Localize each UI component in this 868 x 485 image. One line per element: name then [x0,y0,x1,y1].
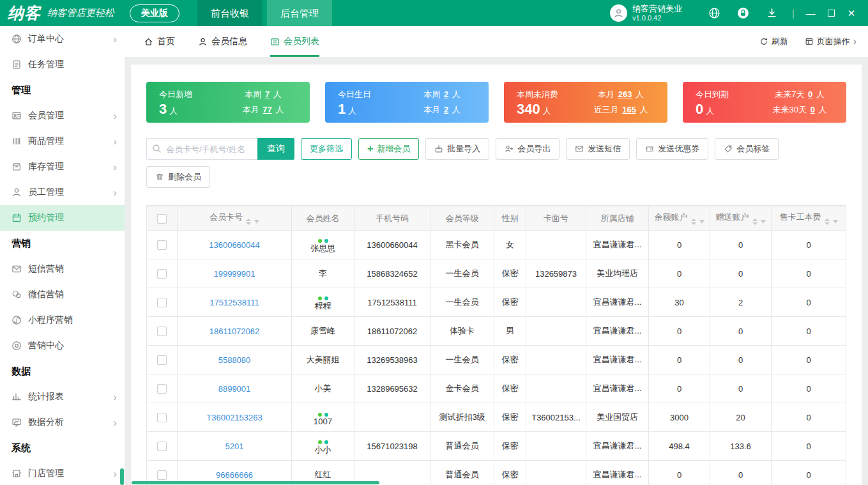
select-all-checkbox[interactable] [157,214,167,224]
send-coupon-button[interactable]: 发送优惠券 [636,138,708,160]
member-card-no-link[interactable]: 17512538111 [209,298,259,307]
stats-subvalue-link[interactable]: 165 [622,105,636,114]
table-header-col-1[interactable]: 会员卡号 [178,206,292,231]
table-header-col-8[interactable]: 余额账户 [649,206,710,231]
sidebar-item-miniprogram-marketing[interactable]: 小程序营销 [0,307,125,333]
sidebar-item-report[interactable]: 统计报表› [0,384,125,410]
delete-member-button[interactable]: 删除会员 [146,166,210,188]
member-card-no-link[interactable]: 13600660044 [209,240,260,250]
table-header-col-6[interactable]: 卡面号 [526,206,586,231]
avatar[interactable] [610,4,627,22]
sort-filter-icon[interactable] [691,219,704,225]
sort-filter-icon[interactable] [825,219,838,225]
tab-home[interactable]: 首页 [144,26,175,57]
member-card-face [526,461,586,485]
table-header-col-10[interactable]: 售卡工本费 [772,206,846,231]
row-checkbox[interactable] [157,269,167,279]
sidebar-item-staff[interactable]: 员工管理› [0,180,125,205]
add-member-button[interactable]: +新增会员 [358,138,419,160]
row-checkbox[interactable] [157,240,167,250]
page-ops-button[interactable]: 页面操作 › [805,36,857,47]
sidebar-item-product[interactable]: 商品管理› [0,128,125,154]
table-header-select-all [147,206,178,231]
nav-tab-cashier[interactable]: 前台收银 [197,0,263,26]
search-input[interactable] [146,138,257,160]
table-header-col-9[interactable]: 赠送账户 [710,206,772,231]
member-card-no-link[interactable]: 199999901 [213,269,255,279]
minimize-button[interactable]: — [800,0,821,26]
table-header-col-2[interactable]: 会员姓名 [292,206,354,231]
sidebar-item-order-center[interactable]: 订单中心› [0,26,125,52]
refresh-button[interactable]: 刷新 [759,36,788,47]
table-hscrollbar-thumb[interactable] [132,481,379,484]
row-checkbox[interactable] [157,470,167,480]
member-level: 黑卡会员 [430,231,494,259]
sort-filter-icon[interactable] [752,219,766,225]
export-member-button[interactable]: 会员导出 [496,138,560,160]
language-globe-icon[interactable] [708,7,720,19]
row-checkbox[interactable] [157,327,167,336]
tab-member-info[interactable]: 会员信息 [198,26,247,57]
stats-subvalue-link[interactable]: 0 [808,89,812,99]
tab-label: 会员信息 [211,36,247,47]
sidebar-item-analysis[interactable]: 数据分析› [0,410,125,435]
member-tag-button[interactable]: 会员标签 [715,138,779,160]
member-card-no-link[interactable]: 96666666 [216,470,253,480]
member-store: 宜昌谦谦君... [586,231,649,259]
member-card-no-link[interactable]: 5588080 [218,355,251,365]
sidebar-item-marketing-center[interactable]: 营销中心 [0,333,125,358]
row-checkbox[interactable] [157,298,167,307]
sidebar-item-wechat-marketing[interactable]: 微信营销 [0,282,125,307]
sidebar-item-member[interactable]: 会员管理› [0,103,125,128]
table-header-col-7[interactable]: 所属店铺 [586,206,649,231]
close-button[interactable]: ✕ [841,0,862,26]
table-header-col-3[interactable]: 手机号码 [354,206,430,231]
member-card-no-link[interactable]: 18611072062 [209,327,260,336]
row-checkbox[interactable] [157,384,167,394]
chevron-right-icon: › [113,162,117,173]
search-button[interactable]: 查询 [257,138,294,160]
sms-icon [11,264,22,274]
batch-import-button[interactable]: 批量导入 [425,138,489,160]
edition-button[interactable]: 美业版 [130,4,179,22]
row-checkbox[interactable] [157,355,167,365]
sidebar-scrollbar-thumb[interactable] [120,468,124,485]
sidebar-item-label: 会员管理 [28,110,113,121]
member-card-no-link[interactable]: T36002153263 [206,413,262,422]
stats-subvalue-link[interactable]: 2 [444,105,448,114]
more-filter-button[interactable]: 更多筛选 [301,138,352,160]
nav-tab-backend[interactable]: 后台管理 [267,0,332,26]
member-name: 1007 [294,417,351,426]
sidebar-item-sms-marketing[interactable]: 短信营销 [0,256,125,282]
sort-filter-icon[interactable] [246,219,259,225]
stats-subvalue-link[interactable]: 0 [811,105,815,114]
chevron-right-icon: › [113,417,117,428]
member-gender: 保密 [494,403,526,432]
member-fee: 0 [772,288,846,317]
sidebar-item-store[interactable]: 门店管理› [0,461,125,485]
row-checkbox[interactable] [157,413,167,422]
stats-subrow: 未来7天 0 人 [775,89,825,100]
export-member-label: 会员导出 [517,143,551,155]
tab-member-list[interactable]: 会员列表 [270,26,319,57]
send-sms-button[interactable]: 发送短信 [566,138,630,160]
row-checkbox[interactable] [157,442,167,451]
stats-card-detail: 本周 7 人本月 77 人 [217,89,310,116]
sidebar-item-appointment[interactable]: 预约管理 [0,205,125,231]
sidebar-item-inventory[interactable]: 库存管理› [0,154,125,180]
member-name: 张思思 [294,243,351,254]
member-gender: 保密 [494,288,526,317]
lock-icon[interactable] [737,7,749,19]
table-header-col-5[interactable]: 性别 [494,206,526,231]
column-label: 赠送账户 [716,212,749,222]
stats-subvalue-link[interactable]: 263 [618,89,632,99]
stats-subvalue-link[interactable]: 7 [265,89,270,99]
stats-subvalue-link[interactable]: 2 [444,89,448,99]
maximize-button[interactable] [821,0,841,26]
sidebar-item-task[interactable]: 任务管理 [0,52,125,77]
table-header-col-4[interactable]: 会员等级 [430,206,494,231]
member-card-no-link[interactable]: 5201 [225,442,244,451]
download-icon[interactable] [766,7,778,19]
member-card-no-link[interactable]: 8899001 [218,384,251,394]
stats-subvalue-link[interactable]: 77 [263,105,271,114]
